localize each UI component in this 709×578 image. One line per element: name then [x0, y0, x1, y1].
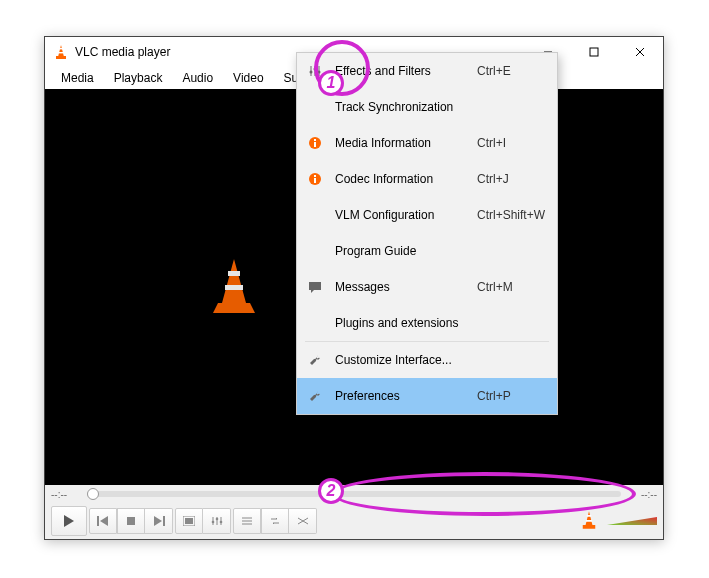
seek-bar-row: --:-- --:-- [45, 485, 663, 503]
menu-media[interactable]: Media [51, 68, 104, 88]
dropdown-item-messages[interactable]: MessagesCtrl+M [297, 269, 557, 305]
shuffle-button[interactable] [289, 508, 317, 534]
seek-slider[interactable] [87, 491, 621, 497]
close-button[interactable] [617, 37, 663, 67]
prev-button[interactable] [89, 508, 117, 534]
svg-rect-31 [587, 515, 592, 517]
svg-rect-43 [314, 178, 316, 183]
svg-marker-29 [585, 511, 593, 526]
dropdown-item-codec-information[interactable]: Codec InformationCtrl+J [297, 161, 557, 197]
next-button[interactable] [145, 508, 173, 534]
dropdown-item-plugins-and-extensions[interactable]: Plugins and extensions [297, 305, 557, 341]
svg-rect-32 [586, 520, 592, 522]
svg-rect-11 [225, 285, 243, 290]
svg-rect-30 [583, 525, 596, 529]
msg-icon [305, 281, 325, 293]
dropdown-item-shortcut: Ctrl+J [477, 172, 557, 186]
dropdown-item-shortcut: Ctrl+I [477, 136, 557, 150]
maximize-button[interactable] [571, 37, 617, 67]
playlist-button[interactable] [233, 508, 261, 534]
dropdown-item-shortcut: Ctrl+M [477, 280, 557, 294]
time-elapsed: --:-- [51, 489, 81, 500]
window-title: VLC media player [75, 45, 170, 59]
play-button[interactable] [51, 506, 87, 536]
svg-point-36 [310, 71, 313, 74]
volume-icon[interactable] [579, 510, 601, 532]
volume-slider[interactable] [607, 517, 657, 525]
menu-playback[interactable]: Playback [104, 68, 173, 88]
vlc-cone-large-icon [209, 257, 259, 315]
annotation-badge-1: 1 [318, 70, 344, 96]
dropdown-item-customize-interface[interactable]: Customize Interface... [297, 342, 557, 378]
svg-rect-17 [163, 516, 165, 526]
vlc-cone-icon [53, 44, 69, 60]
svg-rect-15 [127, 517, 135, 525]
svg-rect-10 [228, 271, 240, 276]
svg-marker-46 [311, 290, 314, 293]
seek-thumb[interactable] [87, 488, 99, 500]
fullscreen-button[interactable] [175, 508, 203, 534]
svg-rect-40 [314, 142, 316, 147]
dropdown-item-shortcut: Ctrl+Shift+W [477, 208, 557, 222]
svg-point-24 [215, 518, 218, 521]
dropdown-item-label: Effects and Filters [335, 64, 477, 78]
svg-rect-1 [56, 56, 66, 59]
dropdown-item-label: Track Synchronization [335, 100, 477, 114]
svg-point-25 [219, 521, 222, 524]
time-remaining: --:-- [627, 489, 657, 500]
dropdown-item-label: Codec Information [335, 172, 477, 186]
info-icon [305, 172, 325, 186]
svg-rect-2 [59, 48, 63, 49]
dropdown-item-shortcut: Ctrl+P [477, 389, 557, 403]
loop-button[interactable] [261, 508, 289, 534]
svg-point-23 [211, 521, 214, 524]
svg-marker-0 [58, 45, 64, 57]
svg-rect-45 [309, 282, 321, 290]
svg-marker-16 [154, 516, 162, 526]
menu-video[interactable]: Video [223, 68, 273, 88]
svg-rect-19 [185, 518, 193, 524]
dropdown-item-label: Media Information [335, 136, 477, 150]
svg-rect-3 [59, 52, 64, 53]
svg-marker-8 [222, 259, 246, 303]
menu-audio[interactable]: Audio [172, 68, 223, 88]
svg-rect-13 [97, 516, 99, 526]
svg-point-37 [314, 68, 317, 71]
info-icon [305, 136, 325, 150]
svg-marker-9 [213, 303, 255, 313]
stop-button[interactable] [117, 508, 145, 534]
ext-settings-button[interactable] [203, 508, 231, 534]
svg-rect-44 [314, 175, 316, 177]
dropdown-item-label: VLM Configuration [335, 208, 477, 222]
svg-marker-14 [100, 516, 108, 526]
dropdown-item-media-information[interactable]: Media InformationCtrl+I [297, 125, 557, 161]
dropdown-item-vlm-configuration[interactable]: VLM ConfigurationCtrl+Shift+W [297, 197, 557, 233]
dropdown-item-shortcut: Ctrl+E [477, 64, 557, 78]
svg-point-38 [318, 71, 321, 74]
controls-bar [45, 503, 663, 539]
wrench-icon [305, 353, 325, 367]
dropdown-item-label: Preferences [335, 389, 477, 403]
dropdown-item-preferences[interactable]: PreferencesCtrl+P [297, 378, 557, 414]
wrench-icon [305, 389, 325, 403]
dropdown-item-label: Plugins and extensions [335, 316, 477, 330]
dropdown-item-label: Messages [335, 280, 477, 294]
annotation-badge-2: 2 [318, 478, 344, 504]
svg-rect-5 [590, 48, 598, 56]
svg-rect-41 [314, 139, 316, 141]
dropdown-item-program-guide[interactable]: Program Guide [297, 233, 557, 269]
svg-marker-12 [64, 515, 74, 527]
dropdown-item-label: Customize Interface... [335, 353, 477, 367]
dropdown-item-label: Program Guide [335, 244, 477, 258]
tools-dropdown: Effects and FiltersCtrl+ETrack Synchroni… [296, 52, 558, 415]
